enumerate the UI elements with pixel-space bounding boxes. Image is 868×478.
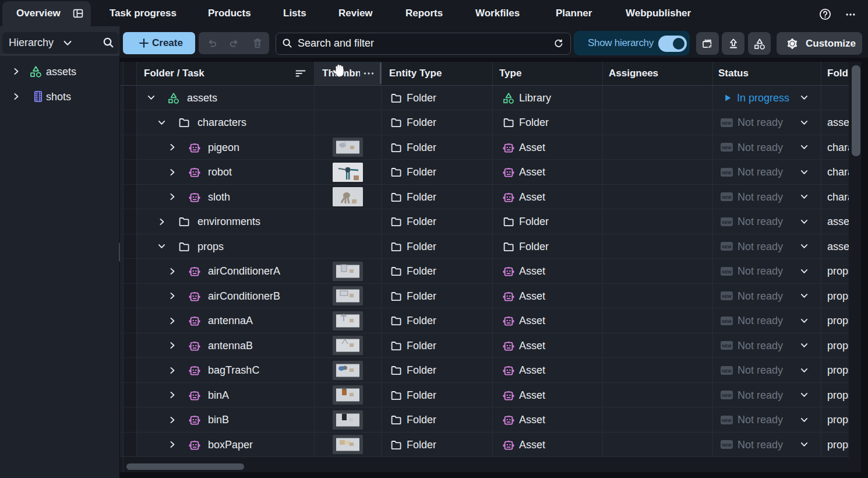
svg-text:NEW: NEW bbox=[722, 195, 732, 199]
svg-text:NEW: NEW bbox=[722, 245, 732, 249]
svg-text:NEW: NEW bbox=[722, 419, 732, 423]
svg-text:NEW: NEW bbox=[722, 220, 732, 224]
svg-text:NEW: NEW bbox=[722, 369, 732, 373]
svg-text:NEW: NEW bbox=[722, 393, 732, 398]
svg-text:NEW: NEW bbox=[722, 294, 732, 298]
svg-text:NEW: NEW bbox=[722, 443, 732, 447]
svg-text:NEW: NEW bbox=[722, 121, 732, 125]
svg-text:NEW: NEW bbox=[722, 319, 732, 324]
svg-text:NEW: NEW bbox=[722, 344, 732, 348]
svg-text:NEW: NEW bbox=[722, 146, 732, 150]
svg-text:NEW: NEW bbox=[722, 171, 732, 175]
svg-text:NEW: NEW bbox=[722, 270, 732, 274]
